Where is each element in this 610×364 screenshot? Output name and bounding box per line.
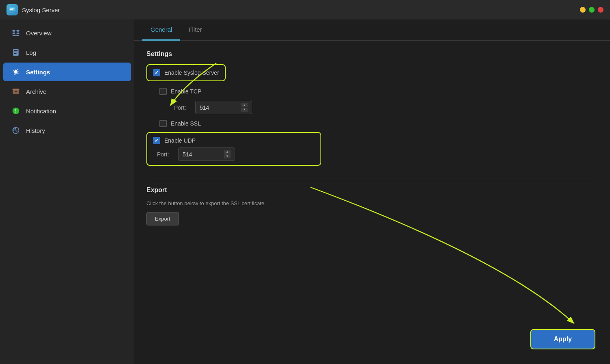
svg-rect-18 <box>15 91 17 92</box>
tab-general[interactable]: General <box>142 20 180 41</box>
udp-port-input[interactable]: 514 ▲ ▼ <box>178 147 235 161</box>
enable-syslog-checkbox[interactable] <box>153 69 160 76</box>
sidebar-item-log[interactable]: Log <box>3 43 131 62</box>
svg-rect-13 <box>14 53 17 54</box>
main-layout: Overview Log Settings <box>0 20 610 364</box>
export-button[interactable]: Export <box>146 212 179 225</box>
enable-udp-label: Enable UDP <box>164 137 196 144</box>
tcp-port-spinners: ▲ ▼ <box>241 103 248 112</box>
enable-ssl-checkbox[interactable] <box>159 120 167 127</box>
tcp-port-input[interactable]: 514 ▲ ▼ <box>195 101 252 114</box>
sidebar-item-log-label: Log <box>26 49 36 56</box>
minimize-button[interactable] <box>580 7 586 13</box>
tcp-port-down[interactable]: ▼ <box>241 108 248 112</box>
sidebar: Overview Log Settings <box>0 20 134 364</box>
svg-rect-16 <box>13 89 20 90</box>
svg-rect-12 <box>14 52 17 52</box>
sidebar-item-archive-label: Archive <box>26 88 46 95</box>
svg-text:!: ! <box>15 108 17 113</box>
svg-rect-4 <box>11 12 14 13</box>
enable-tcp-label: Enable TCP <box>171 88 201 95</box>
content-area: General Filter Settings Enable Syslog Se… <box>134 20 610 364</box>
svg-rect-3 <box>11 11 13 12</box>
export-description: Click the button below to export the SSL… <box>146 200 598 206</box>
tcp-port-label: Port: <box>174 104 190 111</box>
tab-filter[interactable]: Filter <box>180 20 210 41</box>
maximize-button[interactable] <box>589 7 595 13</box>
enable-udp-box: Enable UDP Port: 514 ▲ ▼ <box>146 132 321 166</box>
udp-port-spinners: ▲ ▼ <box>224 150 231 158</box>
sidebar-item-settings-label: Settings <box>26 69 50 76</box>
sidebar-item-settings[interactable]: Settings <box>3 63 131 81</box>
archive-icon <box>11 87 20 96</box>
enable-ssl-row: Enable SSL <box>158 117 598 130</box>
apply-button-container: Apply <box>530 329 595 349</box>
export-section: Export Click the button below to export … <box>146 178 598 225</box>
sidebar-item-notification[interactable]: ! Notification <box>3 102 131 120</box>
svg-rect-9 <box>13 35 20 36</box>
svg-point-14 <box>15 71 17 73</box>
svg-rect-10 <box>13 49 18 56</box>
sidebar-item-archive[interactable]: Archive <box>3 82 131 101</box>
log-icon <box>11 48 20 57</box>
udp-port-label: Port: <box>157 151 173 158</box>
history-icon <box>11 126 20 135</box>
enable-tcp-checkbox[interactable] <box>159 88 167 95</box>
settings-panel: Settings Enable Syslog Server Enable TCP… <box>134 41 610 364</box>
enable-syslog-box: Enable Syslog Server <box>146 64 226 81</box>
udp-port-up[interactable]: ▲ <box>224 150 231 154</box>
tab-bar: General Filter <box>134 20 610 41</box>
export-section-title: Export <box>146 186 598 194</box>
notification-icon: ! <box>11 106 20 115</box>
sidebar-item-history[interactable]: History <box>3 121 131 140</box>
sidebar-item-history-label: History <box>26 127 45 134</box>
enable-udp-row: Enable UDP <box>153 137 315 144</box>
sidebar-item-overview[interactable]: Overview <box>3 24 131 42</box>
tcp-port-up[interactable]: ▲ <box>241 103 248 107</box>
svg-rect-1 <box>10 8 15 9</box>
svg-rect-8 <box>17 32 20 34</box>
close-button[interactable] <box>598 7 603 13</box>
udp-port-down[interactable]: ▼ <box>224 154 231 158</box>
enable-ssl-label: Enable SSL <box>171 120 201 127</box>
svg-rect-11 <box>14 50 17 51</box>
svg-rect-6 <box>17 30 20 32</box>
svg-rect-7 <box>13 32 15 34</box>
svg-rect-5 <box>13 30 15 32</box>
enable-udp-checkbox[interactable] <box>153 137 160 144</box>
tcp-section: Enable TCP Port: 514 ▲ ▼ <box>158 84 598 130</box>
overview-icon <box>11 28 20 37</box>
svg-rect-2 <box>10 9 13 10</box>
sidebar-item-notification-label: Notification <box>26 108 56 115</box>
window-controls <box>580 7 603 13</box>
sidebar-item-overview-label: Overview <box>26 30 52 37</box>
svg-rect-17 <box>13 90 19 94</box>
enable-tcp-row: Enable TCP <box>158 84 598 98</box>
tcp-port-row: Port: 514 ▲ ▼ <box>162 98 598 117</box>
app-icon <box>7 4 18 15</box>
app-title: Syslog Server <box>22 6 60 13</box>
settings-section-title: Settings <box>146 50 598 58</box>
udp-port-row: Port: 514 ▲ ▼ <box>157 147 315 161</box>
titlebar: Syslog Server <box>0 0 610 20</box>
enable-syslog-label: Enable Syslog Server <box>164 69 219 76</box>
settings-icon <box>11 67 20 76</box>
apply-button[interactable]: Apply <box>530 329 595 349</box>
